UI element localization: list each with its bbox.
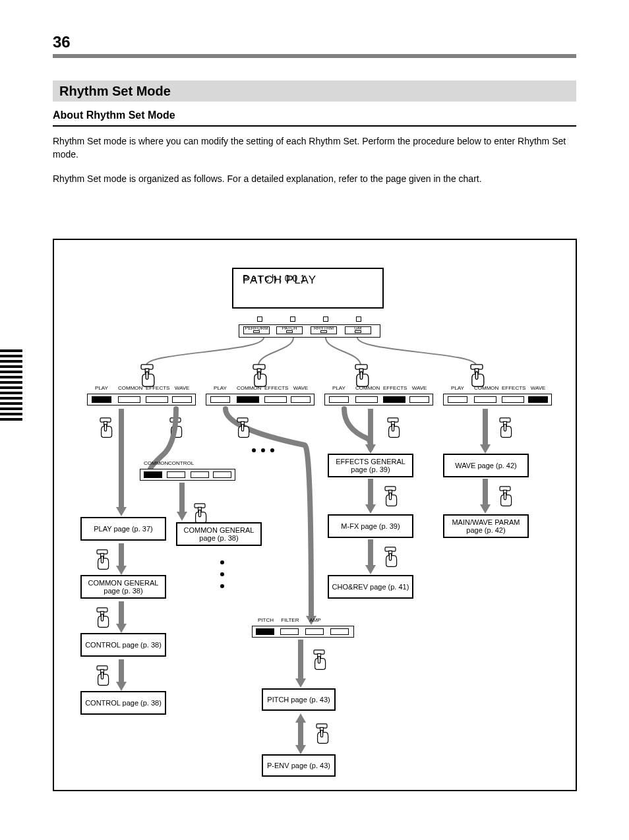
press-icon (380, 484, 401, 509)
body-paragraph-2: Rhythm Set mode is organized as follows.… (53, 172, 576, 185)
wave-param-box: MAIN/WAVE PARAM page (p. 42) (443, 514, 529, 538)
body-paragraph-1: Rhythm Set mode is where you can modify … (53, 135, 576, 162)
section-title: Rhythm Set Mode (53, 80, 576, 102)
top-rule (53, 54, 576, 58)
arrow-line (368, 539, 373, 566)
effects-general-box: EFFECTS GENERAL page (p. 39) (328, 454, 413, 477)
arrow-line (368, 409, 373, 445)
page-number: 36 (53, 33, 71, 51)
press-icon (494, 484, 516, 509)
wave-box: WAVE page (p. 42) (443, 454, 529, 477)
body-text: Rhythm Set mode is where you can modify … (53, 135, 576, 185)
arrow-line (483, 479, 488, 505)
side-page-marker (0, 349, 22, 423)
arrow-line (368, 479, 373, 505)
sub-section-rule (53, 125, 576, 127)
diagram: PATCH PLAY Patch:001 PERFORM PATCH RHYTH… (53, 239, 577, 791)
press-icon (382, 415, 404, 440)
arrowhead-icon (365, 444, 376, 454)
press-icon (380, 545, 401, 570)
sub-section-title: About Rhythm Set Mode (53, 109, 576, 121)
press-icon (494, 415, 516, 440)
arrowhead-icon (480, 444, 491, 454)
arrowhead-icon (480, 504, 491, 514)
arrowhead-icon (365, 565, 376, 574)
effects-chorev-box: CHO&REV page (p. 41) (328, 575, 413, 599)
effects-mfx-box: M-FX page (p. 39) (328, 514, 413, 538)
arrowhead-icon (365, 504, 376, 514)
arrow-line (483, 409, 488, 445)
